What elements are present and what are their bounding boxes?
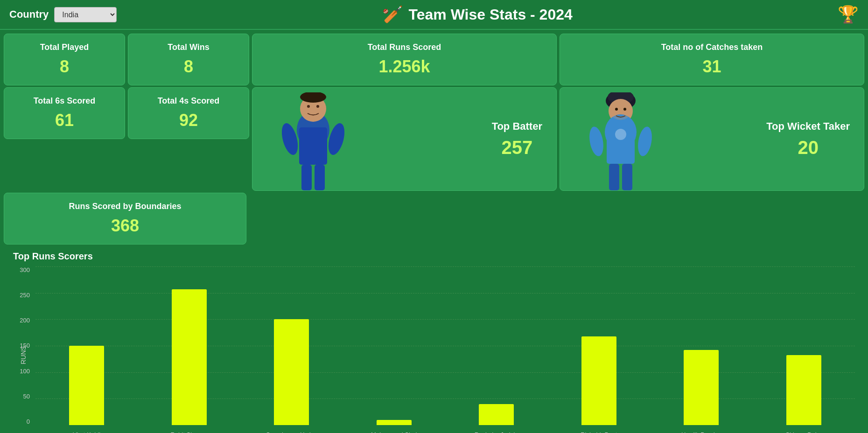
bar-group-kohli [35, 266, 138, 425]
y-axis-title: RUNS [20, 346, 27, 364]
bar-group-dube [753, 266, 855, 425]
x-label-rohit: Rohit Sharma [138, 431, 241, 433]
top-batter-info: Top Batter 257 [492, 120, 542, 158]
svg-point-7 [307, 105, 310, 108]
cricket-icon: 🏏 [382, 5, 403, 24]
x-label-jadeja: Ravindra Jadeja [445, 431, 548, 433]
x-label-surya: Suryakumar Yadav [240, 431, 343, 433]
boundaries-value: 368 [13, 216, 238, 236]
x-label-kohli: Virat Kohli [35, 431, 138, 433]
chart-section: Top Runs Scorers 300 250 200 150 100 50 … [4, 247, 864, 433]
x-label-dube: Shivam Dube [753, 431, 855, 433]
total-catches-value: 31 [568, 57, 855, 77]
y-label-250: 250 [20, 292, 30, 299]
y-label-0: 0 [27, 418, 30, 425]
bar-jadeja [479, 404, 514, 425]
bar-group-jadeja [445, 266, 548, 425]
svg-rect-2 [299, 127, 327, 165]
x-label-pandya: Hardik Pandya [650, 431, 753, 433]
svg-point-21 [615, 129, 626, 140]
top-batter-value: 257 [492, 137, 542, 158]
svg-point-20 [623, 108, 626, 111]
total-runs-label: Total Runs Scored [261, 42, 548, 52]
top-batter-card: Top Batter 257 [252, 87, 557, 191]
chart-container: 300 250 200 150 100 50 0 RUNS [13, 266, 855, 433]
x-label-pant: Rishabh Pant [548, 431, 651, 433]
y-label-200: 200 [20, 317, 30, 324]
total-runs-card: Total Runs Scored 1.256k [252, 34, 557, 85]
page-title: 🏏 Team Wise Stats - 2024 [382, 5, 573, 24]
top-wicket-value: 20 [766, 137, 850, 158]
bar-rohit [172, 289, 207, 425]
svg-point-19 [615, 108, 618, 111]
svg-rect-18 [622, 164, 632, 190]
bar-pant [581, 336, 616, 425]
bar-pandya [684, 350, 719, 425]
country-label: Country [9, 8, 49, 21]
total-sixes-card: Total 6s Scored 61 [4, 87, 125, 139]
total-wins-card: Total Wins 8 [128, 34, 249, 85]
chart-title: Top Runs Scorers [13, 251, 855, 262]
svg-point-15 [588, 126, 606, 157]
header: Country IndiaAustraliaEnglandPakistanSou… [0, 0, 868, 30]
svg-rect-6 [315, 165, 325, 190]
y-label-50: 50 [23, 393, 30, 400]
header-left: Country IndiaAustraliaEnglandPakistanSou… [9, 7, 117, 22]
country-select[interactable]: IndiaAustraliaEnglandPakistanSouth Afric… [54, 7, 117, 22]
svg-rect-5 [301, 165, 312, 190]
top-batter-label: Top Batter [492, 120, 542, 133]
total-sixes-label: Total 6s Scored [13, 96, 116, 106]
svg-point-16 [636, 126, 654, 157]
total-catches-label: Total no of Catches taken [568, 42, 855, 52]
bar-kohli [69, 346, 104, 425]
bar-siraj [377, 420, 412, 425]
trophy-icon: 🏆 [838, 5, 859, 24]
svg-rect-17 [609, 164, 619, 190]
total-played-label: Total Played [13, 42, 116, 52]
bar-group-surya [240, 266, 343, 425]
y-label-100: 100 [20, 368, 30, 375]
total-catches-card: Total no of Catches taken 31 [560, 34, 864, 85]
y-label-300: 300 [20, 266, 30, 273]
total-sixes-value: 61 [13, 111, 116, 130]
total-fours-value: 92 [137, 111, 240, 130]
bar-group-pandya [650, 266, 753, 425]
total-runs-value: 1.256k [261, 57, 548, 77]
bar-surya [274, 319, 309, 425]
bar-group-pant [548, 266, 651, 425]
x-labels: Virat Kohli Rohit Sharma Suryakumar Yada… [35, 425, 855, 433]
top-wicket-label: Top Wicket Taker [766, 120, 850, 133]
total-fours-card: Total 4s Scored 92 [128, 87, 249, 139]
top-batter-image [266, 88, 360, 190]
svg-point-8 [316, 105, 319, 108]
top-wicket-info: Top Wicket Taker 20 [766, 120, 850, 158]
bars-area [35, 266, 855, 425]
total-played-card: Total Played 8 [4, 34, 125, 85]
total-fours-label: Total 4s Scored [137, 96, 240, 106]
total-wins-label: Total Wins [137, 42, 240, 52]
x-label-siraj: Mohammed Siraj [343, 431, 446, 433]
batter-silhouette [276, 92, 350, 190]
total-played-value: 8 [13, 57, 116, 77]
bar-group-rohit [138, 266, 241, 425]
top-wicket-image [574, 88, 667, 190]
bar-group-siraj [343, 266, 446, 425]
boundaries-card: Runs Scored by Boundaries 368 [4, 193, 246, 244]
wicket-taker-silhouette [583, 92, 658, 190]
bar-dube [786, 355, 821, 425]
boundaries-label: Runs Scored by Boundaries [13, 202, 238, 211]
total-wins-value: 8 [137, 57, 240, 77]
top-wicket-card: Top Wicket Taker 20 [560, 87, 864, 191]
